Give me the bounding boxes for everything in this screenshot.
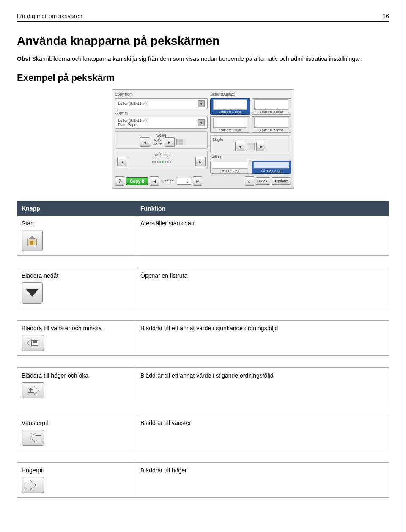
left-arrow-icon-box (22, 430, 44, 446)
arrow-left-minus-icon (27, 339, 39, 347)
page-title: Använda knapparna på pekskärmen (17, 34, 389, 48)
chevron-down-icon (26, 289, 38, 297)
arrow-right-icon (30, 480, 36, 490)
knapp-down-label: Bläddra nedåt (22, 272, 132, 279)
knapp-left-label: Vänsterpil (22, 420, 132, 426)
funktion-start-cell: Återställer startsidan (136, 216, 389, 256)
scale-label: Scale (117, 133, 206, 137)
page-header: Lär dig mer om skrivaren 16 (17, 13, 389, 22)
copy-to-label: Copy to (115, 111, 208, 115)
right-arrow-icon-box (22, 477, 44, 493)
knapp-rightplus-label: Bläddra till höger och öka (22, 372, 132, 379)
copy-from-value: Letter (8.5x11 in) (118, 101, 147, 106)
right-plus-icon-box (22, 382, 44, 398)
scale-right-button[interactable]: ► (165, 137, 175, 147)
funktion-right-cell: Bläddrar till höger (136, 463, 389, 498)
duplex-1to1[interactable]: 1 sided to 1 sided (210, 98, 250, 115)
darkness-right-button[interactable]: ► (195, 157, 206, 166)
collate-row: Off [1,1,1,2,2,2] On [1,2,1,2,1,2] (210, 161, 291, 174)
scale-thumb (176, 139, 183, 145)
header-page-number: 16 (382, 13, 389, 19)
knapp-rightplus-cell: Bläddra till höger och öka (17, 368, 136, 403)
staple-thumb (247, 143, 255, 150)
home-icon-box (22, 230, 43, 251)
staple-right-button[interactable]: ► (256, 142, 266, 151)
arrow-right-plus-icon (27, 386, 39, 395)
intro-text: Skärmbilderna och knapparna kan skilja s… (30, 55, 362, 62)
scale-block: Scale ◄ Auto (100%) ► (115, 131, 208, 149)
copies-label: Copies: (161, 179, 176, 183)
staple-left-button[interactable]: ◄ (235, 142, 245, 151)
collate-label: Collate (210, 155, 291, 159)
down-icon-box (22, 282, 43, 304)
back-button[interactable]: Back (256, 177, 270, 185)
duplex-1to2[interactable]: 1 sided to 2 sided (252, 98, 291, 115)
options-button[interactable]: Options (272, 177, 291, 185)
darkness-dots (129, 161, 194, 163)
copy-to-value: Letter (8.5x11 in) Plain Paper (118, 118, 147, 127)
knapp-leftminus-cell: Bläddra till vänster och minska (17, 321, 136, 356)
dropdown-icon[interactable]: ▼ (198, 119, 205, 126)
intro-label: Obs! (17, 55, 30, 62)
home-icon: ⌂ (248, 179, 251, 184)
home-icon (27, 236, 38, 245)
knapp-right-label: Högerpil (22, 467, 132, 474)
knapp-start-cell: Start (17, 216, 136, 256)
bottom-bar: ? Copy It ◄ Copies: 1 ► ⌂ Back Options (115, 176, 291, 186)
left-minus-icon-box (22, 335, 44, 351)
copy-it-button[interactable]: Copy It (126, 177, 148, 185)
knapp-start-label: Start (22, 220, 132, 227)
function-table-6: Högerpil Bläddrar till höger (17, 462, 389, 498)
knapp-leftminus-label: Bläddra till vänster och minska (22, 325, 132, 332)
funktion-left-cell: Bläddrar till vänster (136, 415, 389, 450)
knapp-left-cell: Vänsterpil (17, 415, 136, 450)
function-table-3: Bläddra till vänster och minska Bläddrar… (17, 320, 389, 356)
duplex-row2: 2 sided to 1 sided 2 sided to 2 sided (210, 116, 291, 133)
darkness-block: Darkness ◄ ► (115, 151, 208, 168)
duplex-2to1[interactable]: 2 sided to 1 sided (210, 116, 250, 133)
screenshot-wrap: Copy from Letter (8.5x11 in) ▼ Copy to L… (17, 89, 389, 189)
darkness-left-button[interactable]: ◄ (117, 157, 127, 166)
function-table-1: Knapp Funktion Start Återställer startsi… (17, 201, 389, 256)
knapp-down-cell: Bläddra nedåt (17, 268, 136, 308)
sides-label: Sides (Duplex) (210, 92, 291, 96)
copies-left-button[interactable]: ◄ (150, 176, 159, 186)
knapp-right-cell: Högerpil (17, 463, 136, 498)
copies-value: 1 (177, 178, 191, 185)
scale-left-button[interactable]: ◄ (140, 137, 150, 147)
funktion-down-cell: Öppnar en listruta (136, 268, 389, 308)
header-left: Lär dig mer om skrivaren (17, 13, 82, 19)
dropdown-icon[interactable]: ▼ (198, 100, 205, 107)
function-table-5: Vänsterpil Bläddrar till vänster (17, 415, 389, 450)
th-knapp: Knapp (17, 202, 136, 216)
help-button[interactable]: ? (115, 176, 124, 186)
arrow-left-icon (30, 433, 36, 442)
copy-to-field[interactable]: Letter (8.5x11 in) Plain Paper ▼ (115, 117, 208, 129)
intro-paragraph: Obs! Skärmbilderna och knapparna kan ski… (17, 55, 389, 62)
copies-right-button[interactable]: ► (193, 176, 202, 186)
copy-from-label: Copy from (115, 92, 208, 96)
funktion-rightplus-cell: Bläddrar till ett annat värde i stigande… (136, 368, 389, 403)
copy-from-field[interactable]: Letter (8.5x11 in) ▼ (115, 98, 208, 109)
duplex-2to2[interactable]: 2 sided to 2 sided (252, 116, 291, 133)
collate-off[interactable]: Off [1,1,1,2,2,2] (210, 161, 250, 174)
th-funktion: Funktion (136, 202, 389, 216)
function-table-2: Bläddra nedåt Öppnar en listruta (17, 268, 389, 308)
function-table-4: Bläddra till höger och öka Bläddrar till… (17, 367, 389, 403)
touchscreen-screenshot: Copy from Letter (8.5x11 in) ▼ Copy to L… (112, 89, 294, 189)
duplex-row1: 1 sided to 1 sided 1 sided to 2 sided (210, 98, 291, 115)
darkness-label: Darkness (117, 153, 206, 157)
staple-block: Staple ◄ ► (210, 135, 291, 153)
home-button-small[interactable]: ⌂ (245, 176, 254, 186)
staple-label: Staple (212, 137, 289, 142)
funktion-leftminus-cell: Bläddrar till ett annat värde i sjunkand… (136, 321, 389, 356)
section-heading: Exempel på pekskärm (17, 72, 389, 83)
scale-pct: (100%) (152, 142, 163, 145)
collate-on[interactable]: On [1,2,1,2,1,2] (252, 161, 291, 174)
